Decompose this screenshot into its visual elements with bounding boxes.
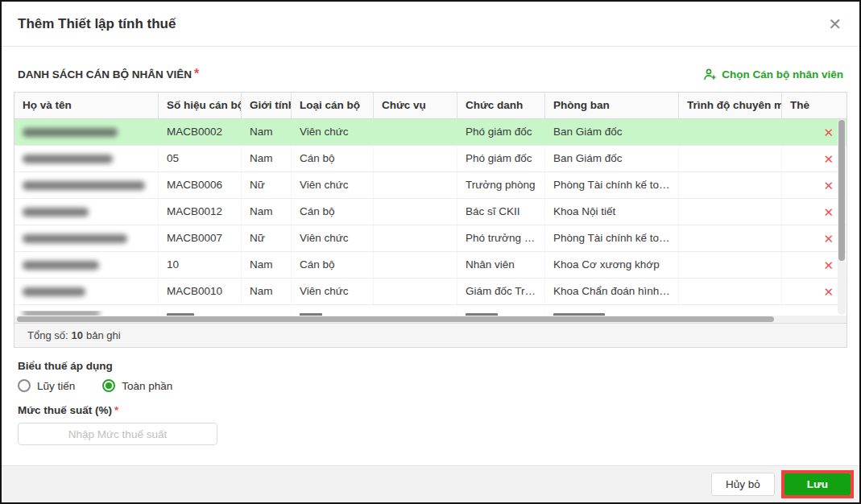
delete-row-icon[interactable]: ✕ <box>823 233 834 245</box>
staff-table: Họ và tên Số hiệu cán bộ Giới tính Loại … <box>14 92 847 348</box>
tax-table-radio-group: Lũy tiến Toàn phần <box>14 379 847 392</box>
cell-card: ✕ <box>781 146 847 171</box>
cell-qualification <box>678 252 781 278</box>
cell-gender: Nam <box>241 199 291 225</box>
radio-full[interactable]: Toàn phần <box>102 379 172 392</box>
radio-full-label: Toàn phần <box>122 380 172 392</box>
table-row[interactable]: MACB0006 Nữ Viên chức Trưởng phòng Phòng… <box>14 172 847 199</box>
cell-gender: Nữ <box>241 225 291 251</box>
dialog-body: DANH SÁCH CÁN BỘ NHÂN VIÊN* Chọn Cán bộ … <box>2 47 859 465</box>
cell-job-title: Giám đốc Tr… <box>457 279 544 304</box>
cell-card: ✕ <box>781 172 847 198</box>
cell-staff-type: Cán bộ <box>291 252 373 278</box>
delete-row-icon[interactable]: ✕ <box>823 206 834 218</box>
close-icon[interactable]: ✕ <box>828 16 842 32</box>
vertical-scrollbar <box>838 119 846 315</box>
add-tax-setup-dialog: Thêm Thiết lập tính thuế ✕ DANH SÁCH CÁN… <box>0 0 861 504</box>
required-asterisk: * <box>194 67 199 81</box>
delete-row-icon[interactable]: ✕ <box>823 180 834 192</box>
cell-code: MACB0012 <box>158 199 241 225</box>
cell-department: Phòng Tài chính kế to… <box>544 172 678 198</box>
cell-department: Ban Giám đốc <box>544 119 678 145</box>
col-header-code: Số hiệu cán bộ <box>158 93 241 118</box>
cell-gender: Nữ <box>241 172 291 198</box>
cell-card: ✕ <box>781 225 847 251</box>
redacted-name <box>23 261 99 270</box>
staff-table-body: MACB0002 Nam Viên chức Phó giám đốc Ban … <box>14 119 847 323</box>
tax-table-group-label: Biểu thuế áp dụng <box>14 360 847 372</box>
delete-row-icon[interactable]: ✕ <box>823 153 834 165</box>
cell-card: ✕ <box>781 119 847 145</box>
table-row-partial[interactable] <box>14 305 847 316</box>
cell-card: ✕ <box>781 199 847 225</box>
dialog-title: Thêm Thiết lập tính thuế <box>18 16 176 32</box>
cell-position <box>373 172 457 198</box>
col-header-department: Phòng ban <box>544 93 678 118</box>
save-button[interactable]: Lưu <box>784 473 851 495</box>
save-button-annotation-highlight: Lưu <box>781 470 854 498</box>
delete-row-icon[interactable]: ✕ <box>823 259 834 271</box>
cancel-button[interactable]: Hủy bỏ <box>711 473 775 496</box>
summary-unit: bản ghi <box>86 329 121 341</box>
horizontal-scrollbar <box>14 316 847 323</box>
vertical-scrollbar-thumb[interactable] <box>838 120 845 261</box>
cell-job-title: Phó giám đốc <box>457 146 544 171</box>
cell-qualification <box>678 146 781 171</box>
cell-gender: Nam <box>241 119 291 145</box>
cell-job-title: Bác sĩ CKII <box>457 199 544 225</box>
dialog-footer: Hủy bỏ Lưu <box>2 465 859 502</box>
delete-row-icon[interactable]: ✕ <box>823 126 834 138</box>
table-row[interactable]: MACB0012 Nam Cán bộ Bác sĩ CKII Khoa Nội… <box>14 199 847 225</box>
cell-name <box>14 119 158 145</box>
table-row[interactable]: 10 Nam Cán bộ Nhân viên Khoa Cơ xương kh… <box>14 252 847 279</box>
cell-code: MACB0006 <box>158 172 241 198</box>
cell-name <box>14 252 158 278</box>
cell-card: ✕ <box>781 279 847 304</box>
cell-name <box>14 146 158 171</box>
table-row[interactable]: MACB0010 Nam Viên chức Giám đốc Tr… Khoa… <box>14 279 847 305</box>
table-summary: Tổng số: 10 bản ghi <box>14 323 847 347</box>
cell-position <box>373 146 457 171</box>
summary-label: Tổng số: <box>27 329 68 341</box>
choose-staff-link[interactable]: Chọn Cán bộ nhân viên <box>703 68 843 81</box>
cell-gender: Nam <box>241 252 291 278</box>
cell-job-title: Phó trưởng … <box>457 225 544 251</box>
cell-card: ✕ <box>781 252 847 278</box>
cell-gender: Nam <box>241 146 291 171</box>
table-row[interactable]: MACB0007 Nữ Viên chức Phó trưởng … Phòng… <box>14 225 847 252</box>
cell-code: 10 <box>158 252 241 278</box>
summary-count: 10 <box>72 329 83 341</box>
cell-position <box>373 252 457 278</box>
cell-job-title: Phó giám đốc <box>457 119 544 145</box>
col-header-card: Thẻ <box>781 93 847 118</box>
cell-name <box>14 172 158 198</box>
redacted-name <box>23 181 145 190</box>
redacted-name <box>23 234 127 243</box>
cell-staff-type: Viên chức <box>291 119 373 145</box>
cell-department: Khoa Nội tiết <box>544 199 678 225</box>
radio-progressive[interactable]: Lũy tiến <box>18 379 75 392</box>
redacted-name <box>23 155 113 163</box>
col-header-job-title: Chức danh <box>457 93 544 118</box>
delete-row-icon[interactable]: ✕ <box>823 286 834 298</box>
horizontal-scrollbar-thumb[interactable] <box>17 316 774 322</box>
cell-staff-type: Cán bộ <box>291 199 373 225</box>
required-asterisk: * <box>114 404 118 416</box>
table-row[interactable]: MACB0002 Nam Viên chức Phó giám đốc Ban … <box>14 119 847 146</box>
cell-staff-type: Viên chức <box>291 172 373 198</box>
cell-qualification <box>678 279 781 304</box>
cell-staff-type: Cán bộ <box>291 146 373 171</box>
cell-job-title: Nhân viên <box>457 252 544 278</box>
person-add-icon <box>703 68 717 81</box>
cell-position <box>373 199 457 225</box>
col-header-gender: Giới tính <box>241 93 291 118</box>
cell-name <box>14 199 158 225</box>
choose-staff-link-label: Chọn Cán bộ nhân viên <box>722 68 843 81</box>
tax-rate-input[interactable] <box>18 423 217 445</box>
cell-qualification <box>678 225 781 251</box>
cell-position <box>373 225 457 251</box>
cell-department: Khoa Chẩn đoán hình… <box>544 279 678 304</box>
table-row[interactable]: 05 Nam Cán bộ Phó giám đốc Ban Giám đốc … <box>14 146 847 172</box>
cell-job-title: Trưởng phòng <box>457 172 544 198</box>
cell-department: Khoa Cơ xương khớp <box>544 252 678 278</box>
